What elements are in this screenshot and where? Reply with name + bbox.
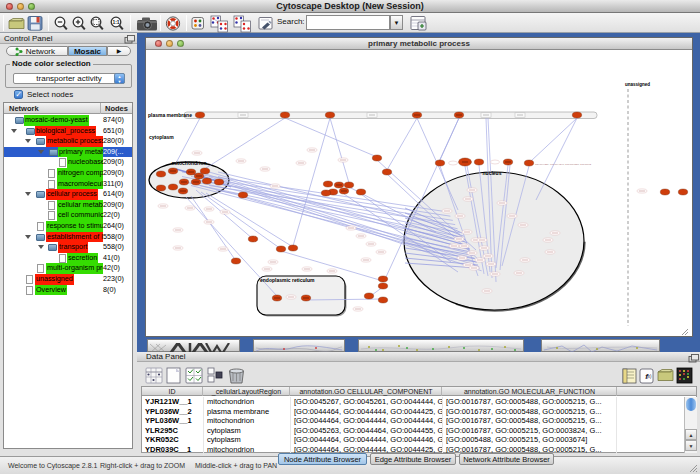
svg-text:1:1: 1:1 <box>112 19 119 25</box>
svg-text:unassigned: unassigned <box>625 82 650 87</box>
svg-text:mitochondrion: mitochondrion <box>172 160 207 166</box>
svg-text:plasma membrane: plasma membrane <box>148 112 192 118</box>
svg-text:endoplasmic reticulum: endoplasmic reticulum <box>260 277 315 283</box>
svg-text:GO:0044237, GO:0044248, GO:001: GO:0044237, GO:0044248, GO:0019538, GO:0… <box>535 163 592 166</box>
svg-text:nucleus: nucleus <box>483 170 502 176</box>
svg-text:(x): (x) <box>646 374 652 379</box>
svg-text:cytoplasm: cytoplasm <box>149 134 174 140</box>
